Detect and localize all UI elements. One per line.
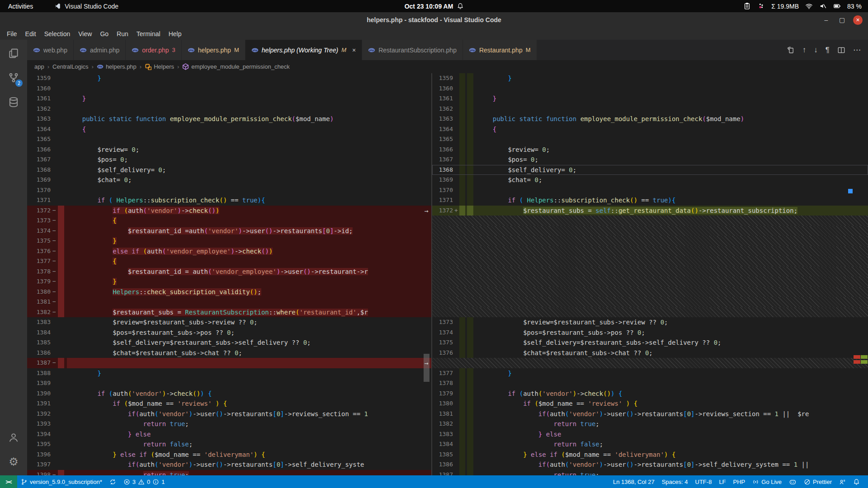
code-line[interactable]: 1387− bbox=[27, 358, 431, 368]
tab-helpers-php-working-tree-[interactable]: phphelpers.php (Working Tree)M× bbox=[245, 40, 362, 60]
explorer-icon[interactable] bbox=[3, 42, 24, 64]
code-line[interactable]: 1367 $pos= 0; bbox=[432, 155, 868, 165]
code-line[interactable]: 1390 if (auth('vendor')->check()) { bbox=[27, 389, 431, 399]
code-line[interactable]: 1371 if ( Helpers::subscription_check() … bbox=[27, 195, 431, 206]
tab-restaurantsubscription-php[interactable]: phpRestaurantSubscription.php bbox=[362, 40, 462, 60]
code-line[interactable]: 1369 $chat= 0; bbox=[27, 175, 431, 185]
code-line[interactable]: 1385 $self_delivery=$restaurant_subs->se… bbox=[27, 338, 431, 348]
code-line[interactable]: 1383 $review=$restaurant_subs->review ??… bbox=[27, 317, 431, 328]
diff-hunk-arrow-icon[interactable]: → bbox=[421, 206, 431, 216]
accounts-icon[interactable] bbox=[3, 427, 24, 448]
whitespace-icon[interactable]: ¶ bbox=[826, 46, 830, 55]
code-line[interactable]: 1382 return true; bbox=[432, 419, 868, 429]
cursor-position[interactable]: Ln 1368, Col 27 bbox=[609, 479, 658, 485]
code-line[interactable]: 1391 if ($mod_name == 'reviews' ) { bbox=[27, 399, 431, 409]
prettier-button[interactable]: Prettier bbox=[800, 479, 835, 485]
activities-button[interactable]: Activities bbox=[0, 0, 41, 12]
code-line[interactable]: 1382− $restaurant_subs = RestaurantSubsc… bbox=[27, 307, 431, 318]
code-line[interactable]: 1384 $pos=$restaurant_subs->pos ?? 0; bbox=[27, 328, 431, 338]
code-line[interactable]: 1370 bbox=[27, 185, 431, 196]
code-line[interactable]: 1364 { bbox=[432, 124, 868, 135]
code-line[interactable]: 1378− $restaurant_id = auth('vendor_empl… bbox=[27, 267, 431, 277]
menu-file[interactable]: File bbox=[3, 28, 21, 39]
code-line[interactable]: 1359 } bbox=[27, 73, 431, 84]
code-line[interactable]: 1361 } bbox=[27, 94, 431, 104]
slack-indicator-icon[interactable] bbox=[757, 2, 765, 10]
code-line[interactable]: 1363 public static function employee_mod… bbox=[27, 114, 431, 124]
menu-selection[interactable]: Selection bbox=[40, 28, 75, 39]
breadcrumb-item-helpers[interactable]: Helpers bbox=[145, 63, 174, 70]
code-line[interactable]: 1365 bbox=[432, 134, 868, 145]
source-control-icon[interactable]: 2 bbox=[3, 67, 24, 89]
minimize-button[interactable]: – bbox=[821, 15, 831, 25]
encoding-setting[interactable]: UTF-8 bbox=[692, 479, 716, 485]
code-line[interactable]: 1367 $pos= 0; bbox=[27, 155, 431, 165]
code-line[interactable]: 1373 $review=$restaurant_subs->review ??… bbox=[432, 317, 868, 328]
breadcrumb-item-centrallogics[interactable]: CentralLogics bbox=[52, 63, 89, 70]
system-tray[interactable]: Σ 19.9MB 83 % bbox=[743, 2, 868, 10]
code-line[interactable]: 1362 bbox=[27, 104, 431, 114]
code-line[interactable]: 1376 $chat=$restaurant_subs->chat ?? 0; bbox=[432, 348, 868, 358]
menu-run[interactable]: Run bbox=[113, 28, 132, 39]
code-line[interactable]: 1366 $review= 0; bbox=[432, 145, 868, 155]
close-button[interactable]: × bbox=[853, 15, 863, 25]
eol-setting[interactable]: LF bbox=[715, 479, 729, 485]
code-line[interactable]: 1379− } bbox=[27, 277, 431, 287]
menu-view[interactable]: View bbox=[74, 28, 96, 39]
volume-muted-icon[interactable] bbox=[819, 2, 827, 10]
more-actions-icon[interactable]: ⋯ bbox=[853, 45, 861, 55]
wifi-icon[interactable] bbox=[805, 2, 813, 10]
remote-indicator[interactable]: >< bbox=[0, 475, 17, 488]
code-line[interactable]: 1362 bbox=[432, 104, 868, 114]
code-line[interactable]: 1396 } else if ($mod_name == 'deliveryma… bbox=[27, 450, 431, 460]
code-line[interactable]: 1381− bbox=[27, 297, 431, 307]
previous-change-icon[interactable]: ↑ bbox=[802, 46, 807, 55]
breadcrumb-item-helpers.php[interactable]: phphelpers.php bbox=[97, 63, 137, 70]
code-line[interactable]: 1372+ $restaurant_subs = self::get_resta… bbox=[432, 206, 868, 216]
code-line[interactable]: 1370 bbox=[432, 185, 868, 196]
language-mode[interactable]: PHP bbox=[730, 479, 749, 485]
feedback-button[interactable] bbox=[835, 479, 849, 485]
notifications-button[interactable] bbox=[849, 479, 863, 485]
tab-web-php[interactable]: phpweb.php bbox=[27, 40, 73, 60]
tab-restaurant-php[interactable]: phpRestaurant.phpM bbox=[463, 40, 537, 60]
code-line[interactable]: 1398− return true; bbox=[27, 470, 431, 476]
next-change-icon[interactable]: ↓ bbox=[814, 46, 818, 55]
code-line[interactable]: 1381 if(auth('vendor')->user()->restaura… bbox=[432, 409, 868, 419]
clock-menu[interactable]: Oct 23 10:09 AM bbox=[405, 3, 464, 10]
problems-item[interactable]: 3 0 1 bbox=[120, 475, 169, 488]
menu-help[interactable]: Help bbox=[165, 28, 186, 39]
code-line[interactable]: 1368 $self_delivery= 0; bbox=[27, 165, 431, 175]
code-line[interactable]: 1365 bbox=[27, 134, 431, 145]
database-icon[interactable] bbox=[3, 91, 24, 113]
code-line[interactable]: 1377− { bbox=[27, 256, 431, 267]
code-line[interactable]: 1373− { bbox=[27, 216, 431, 226]
menu-terminal[interactable]: Terminal bbox=[132, 28, 165, 39]
code-line[interactable]: 1384 return false; bbox=[432, 439, 868, 450]
code-line[interactable]: 1359 } bbox=[432, 73, 868, 84]
code-line[interactable]: 1377 } bbox=[432, 368, 868, 379]
code-line[interactable]: 1386 $chat=$restaurant_subs->chat ?? 0; bbox=[27, 348, 431, 358]
code-line[interactable]: 1368 $self_delivery= 0; bbox=[432, 165, 868, 175]
code-line[interactable]: 1369 $chat= 0; bbox=[432, 175, 868, 185]
code-line[interactable]: 1394 } else bbox=[27, 429, 431, 440]
code-line[interactable]: 1383 } else bbox=[432, 429, 868, 440]
code-line[interactable]: 1389 bbox=[27, 378, 431, 389]
code-line[interactable]: 1392 if(auth('vendor')->user()->restaura… bbox=[27, 409, 431, 419]
code-line[interactable]: 1380 if ($mod_name == 'reviews' ) { bbox=[432, 399, 868, 409]
code-line[interactable]: 1388 } bbox=[27, 368, 431, 379]
code-line[interactable]: 1374− $restaurant_id =auth('vendor')->us… bbox=[27, 226, 431, 236]
code-line[interactable]: 1360 bbox=[432, 84, 868, 94]
code-line[interactable]: 1393 return true; bbox=[27, 419, 431, 429]
diff-hunk-arrow-icon[interactable]: → bbox=[421, 358, 431, 369]
code-line[interactable]: 1385 } else if ($mod_name == 'deliveryma… bbox=[432, 450, 868, 460]
restore-button[interactable]: ▢ bbox=[837, 15, 847, 25]
code-line[interactable]: 1361 } bbox=[432, 94, 868, 104]
battery-icon[interactable] bbox=[833, 2, 841, 10]
code-line[interactable]: 1375 $self_delivery=$restaurant_subs->se… bbox=[432, 338, 868, 348]
tab-admin-php[interactable]: phpadmin.php bbox=[74, 40, 125, 60]
tab-close-icon[interactable]: × bbox=[352, 47, 356, 54]
indentation-setting[interactable]: Spaces: 4 bbox=[658, 479, 692, 485]
code-line[interactable]: 1360 bbox=[27, 84, 431, 94]
tab-order-php[interactable]: phporder.php3 bbox=[126, 40, 181, 60]
